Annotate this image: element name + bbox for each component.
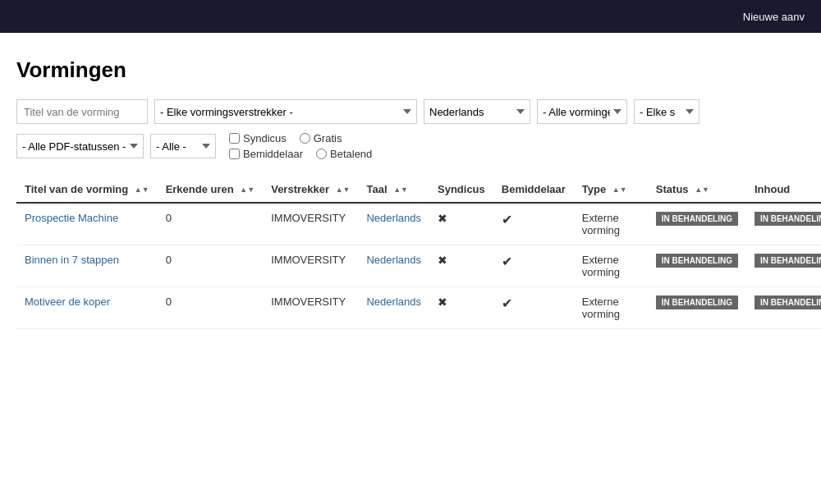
verstrekker-filter[interactable]: - Elke vormingsverstrekker - - Elke vorm… — [154, 99, 417, 124]
table-row: Motiveer de koper0IMMOVERSITYNederlands✖… — [16, 287, 821, 329]
col-header-verstrekker[interactable]: Verstrekker ▲▼ — [263, 176, 358, 203]
row-taal-link[interactable]: Nederlands — [366, 254, 421, 266]
row-type: Externe vorming — [574, 245, 648, 287]
bemiddelaar-row: Bemiddelaar Betalend — [229, 148, 372, 160]
col-header-inhoud: Inhoud — [746, 176, 821, 203]
betalend-radio[interactable] — [316, 149, 327, 159]
col-header-titel[interactable]: Titel van de vorming ▲▼ — [16, 176, 158, 203]
inhoud-badge: IN BEHANDELING — [754, 296, 821, 309]
row-bemiddelaar: ✔ — [493, 245, 574, 287]
row-inhoud: IN BEHANDELING — [746, 203, 821, 245]
filters-row-1: - Elke vormingsverstrekker - - Elke vorm… — [16, 99, 805, 124]
alle-vormingen-filter[interactable]: - Alle vormingen - — [537, 99, 627, 124]
row-title-link[interactable]: Motiveer de koper — [25, 296, 110, 308]
gratis-label[interactable]: Gratis — [314, 132, 342, 144]
bemiddelaar-checkbox[interactable] — [229, 149, 240, 159]
col-header-type[interactable]: Type ▲▼ — [574, 176, 648, 203]
syndicus-row: Syndicus Gratis — [229, 132, 372, 144]
row-type: Externe vorming — [574, 203, 648, 245]
row-bemiddelaar: ✔ — [493, 287, 574, 329]
sort-icon-verstrekker[interactable]: ▲▼ — [336, 186, 351, 194]
sort-icon-taal[interactable]: ▲▼ — [393, 186, 408, 194]
col-header-bemiddelaar: Bemiddelaar — [493, 176, 574, 203]
row-verstrekker: IMMOVERSITY — [263, 203, 358, 245]
row-taal-link[interactable]: Nederlands — [366, 296, 421, 308]
syndicus-checkbox[interactable] — [229, 133, 240, 144]
title-filter-input[interactable] — [16, 99, 148, 124]
row-bemiddelaar: ✔ — [493, 203, 574, 245]
row-title-link[interactable]: Prospectie Machine — [25, 212, 118, 224]
row-syndicus: ✖ — [429, 287, 493, 329]
alle-filter[interactable]: - Alle - — [150, 134, 216, 158]
pdf-status-filter[interactable]: - Alle PDF-statussen - — [16, 134, 144, 158]
sort-icon-uren[interactable]: ▲▼ — [240, 186, 255, 194]
taal-filter[interactable]: Nederlands — [424, 99, 530, 124]
row-status: IN BEHANDELING — [648, 245, 746, 287]
row-status: IN BEHANDELING — [648, 287, 746, 329]
col-header-taal[interactable]: Taal ▲▼ — [358, 176, 429, 203]
row-verstrekker: IMMOVERSITY — [263, 245, 358, 287]
checkbox-group: Syndicus Gratis Bemiddelaar Betalend — [229, 132, 372, 160]
inhoud-badge: IN BEHANDELING — [754, 212, 821, 226]
betalend-label[interactable]: Betalend — [330, 148, 372, 160]
page-title: Vormingen — [16, 57, 805, 83]
gratis-radio[interactable] — [300, 133, 310, 144]
col-header-syndicus: Syndicus — [429, 176, 493, 203]
row-type: Externe vorming — [574, 287, 648, 329]
table-row: Binnen in 7 stappen0IMMOVERSITYNederland… — [16, 245, 821, 287]
status-badge: IN BEHANDELING — [656, 296, 738, 309]
row-title-link[interactable]: Binnen in 7 stappen — [25, 254, 119, 266]
row-uren: 0 — [158, 203, 264, 245]
status-badge: IN BEHANDELING — [656, 212, 738, 226]
status-badge: IN BEHANDELING — [656, 254, 738, 268]
row-taal-link[interactable]: Nederlands — [366, 212, 421, 224]
table-header-row: Titel van de vorming ▲▼ Erkende uren ▲▼ … — [16, 176, 821, 203]
row-inhoud: IN BEHANDELING — [746, 287, 821, 329]
main-content: Vormingen - Elke vormingsverstrekker - -… — [0, 33, 821, 346]
row-uren: 0 — [158, 287, 264, 329]
top-nav: Nieuwe aanv — [0, 0, 821, 33]
table-row: Prospectie Machine0IMMOVERSITYNederlands… — [16, 203, 821, 245]
row-uren: 0 — [158, 245, 264, 287]
sort-icon-titel[interactable]: ▲▼ — [135, 186, 149, 194]
sort-icon-type[interactable]: ▲▼ — [612, 186, 627, 194]
inhoud-badge: IN BEHANDELING — [754, 254, 821, 268]
checkmark-no: ✖ — [438, 254, 447, 267]
row-syndicus: ✖ — [429, 203, 493, 245]
data-table: Titel van de vorming ▲▼ Erkende uren ▲▼ … — [16, 176, 821, 329]
sort-icon-status[interactable]: ▲▼ — [695, 186, 709, 194]
checkmark-no: ✖ — [438, 212, 447, 225]
checkmark-yes: ✔ — [502, 213, 512, 227]
checkmark-no: ✖ — [438, 296, 447, 309]
filters-row-2: - Alle PDF-statussen - - Alle - Syndicus… — [16, 132, 805, 160]
row-inhoud: IN BEHANDELING — [746, 245, 821, 287]
col-header-status[interactable]: Status ▲▼ — [648, 176, 746, 203]
row-status: IN BEHANDELING — [648, 203, 746, 245]
checkmark-yes: ✔ — [502, 254, 512, 268]
bemiddelaar-label[interactable]: Bemiddelaar — [243, 148, 303, 160]
nav-right-text: Nieuwe aanv — [743, 11, 805, 23]
col-header-uren[interactable]: Erkende uren ▲▼ — [158, 176, 264, 203]
syndicus-label[interactable]: Syndicus — [243, 132, 287, 144]
row-verstrekker: IMMOVERSITY — [263, 287, 358, 329]
elke-s-filter[interactable]: - Elke s — [634, 99, 699, 124]
checkmark-yes: ✔ — [502, 296, 512, 310]
row-syndicus: ✖ — [429, 245, 493, 287]
